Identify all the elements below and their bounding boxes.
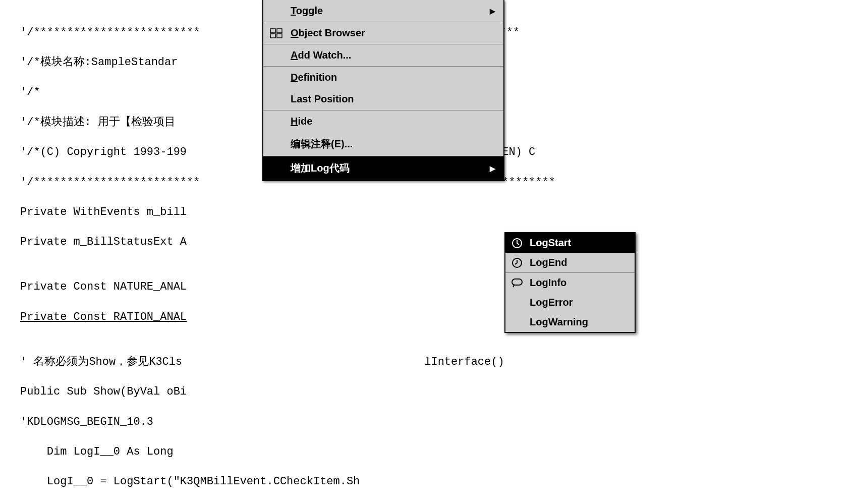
code-line: ' 名称必须为Show，参见K3ClslInterface() — [20, 355, 555, 370]
loginfo-icon — [510, 277, 524, 289]
menu-add-log-code[interactable]: 增加Log代码 ▶ — [263, 156, 503, 180]
svg-rect-6 — [512, 279, 522, 285]
menu-object-browser[interactable]: Object Browser — [263, 22, 503, 44]
chevron-right-icon: ▶ — [490, 164, 495, 173]
menu-definition[interactable]: Definition — [263, 66, 503, 88]
chevron-right-icon: ▶ — [490, 7, 495, 15]
submenu-loginfo[interactable]: LogInfo — [505, 272, 635, 293]
code-line: Private m_BillStatusExt A — [20, 235, 555, 250]
menu-edit-comment[interactable]: 编辑注释(E)... — [263, 132, 503, 156]
code-line: Private Const NATURE_ANAL — [20, 279, 555, 295]
code-line: Public Sub Show(ByVal oBi — [20, 384, 555, 400]
svg-rect-3 — [277, 34, 282, 38]
log-submenu: LogStart LogEnd LogInfo LogError LogWarn… — [504, 232, 636, 333]
logend-icon — [510, 257, 524, 268]
menu-toggle[interactable]: Toggle ▶ — [263, 0, 503, 22]
object-browser-icon — [268, 27, 285, 39]
menu-add-watch[interactable]: Add Watch... — [263, 44, 503, 66]
code-line: Private WithEvents m_bill — [20, 205, 555, 220]
submenu-logstart[interactable]: LogStart — [505, 233, 635, 253]
svg-rect-0 — [270, 29, 275, 33]
context-menu: Toggle ▶ Object Browser Add Watch... Def… — [262, 0, 504, 181]
menu-hide[interactable]: Hide — [263, 110, 503, 132]
code-line: LogI__0 = LogStart("K3QMBillEvent.CCheck… — [20, 474, 555, 489]
code-line: 'KDLOGMSG_BEGIN_10.3 — [20, 415, 555, 430]
submenu-logerror[interactable]: LogError — [505, 293, 635, 312]
menu-last-position[interactable]: Last Position — [263, 88, 503, 110]
submenu-logend[interactable]: LogEnd — [505, 253, 635, 272]
logstart-icon — [510, 238, 524, 249]
svg-rect-1 — [277, 29, 282, 33]
submenu-logwarning[interactable]: LogWarning — [505, 312, 635, 332]
code-line: Private Const RATION_ANAL — [20, 310, 555, 325]
code-line: Dim LogI__0 As Long — [20, 444, 555, 460]
svg-rect-2 — [270, 34, 275, 38]
